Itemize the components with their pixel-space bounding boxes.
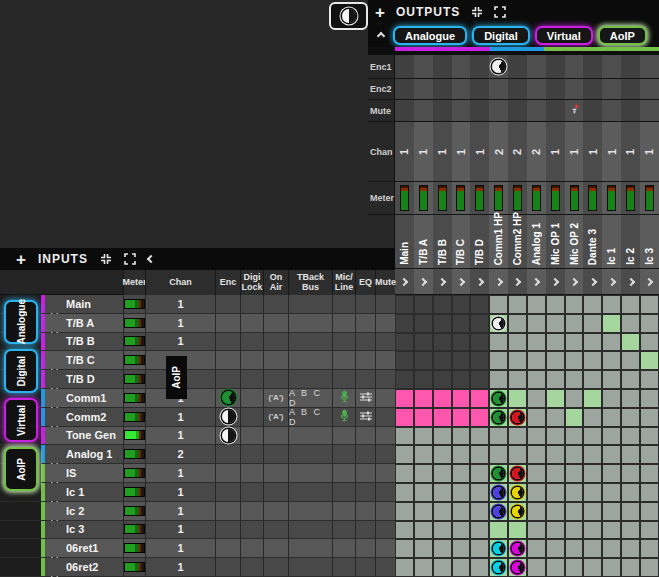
input-tback-cell[interactable]: [288, 502, 332, 520]
matrix-cell[interactable]: [452, 427, 471, 446]
matrix-cell[interactable]: [395, 558, 414, 577]
tab-aoip[interactable]: AoIP: [598, 26, 647, 45]
matrix-cell[interactable]: [433, 464, 452, 483]
matrix-cell[interactable]: [583, 333, 602, 352]
matrix-cell[interactable]: [433, 558, 452, 577]
matrix-cell[interactable]: [602, 521, 621, 540]
matrix-cell[interactable]: [414, 521, 433, 540]
input-mic-cell[interactable]: [332, 539, 355, 557]
input-digi-cell[interactable]: [240, 502, 263, 520]
matrix-cell[interactable]: [527, 295, 546, 314]
matrix-cell[interactable]: [602, 502, 621, 521]
output-chev-cell[interactable]: [527, 269, 546, 294]
matrix-cell[interactable]: [602, 389, 621, 408]
input-mute-cell[interactable]: [375, 295, 395, 313]
matrix-cell[interactable]: [470, 558, 489, 577]
input-tback-cell[interactable]: [288, 314, 332, 332]
input-mic-cell[interactable]: [332, 445, 355, 463]
matrix-cell[interactable]: [470, 521, 489, 540]
matrix-cell[interactable]: [433, 427, 452, 446]
output-enc1-cell[interactable]: [414, 55, 433, 78]
input-enc-cell[interactable]: [215, 389, 240, 407]
matrix-cell[interactable]: [640, 295, 659, 314]
input-enc-cell[interactable]: [215, 445, 240, 463]
matrix-cell[interactable]: [414, 502, 433, 521]
inputs-compress-icon[interactable]: [100, 253, 112, 265]
matrix-cell[interactable]: [395, 389, 414, 408]
input-mute-cell[interactable]: [375, 389, 395, 407]
matrix-cell[interactable]: [583, 521, 602, 540]
matrix-cell-routed[interactable]: [489, 483, 508, 502]
input-digi-cell[interactable]: [240, 558, 263, 576]
inputs-add-button[interactable]: +: [16, 251, 26, 268]
matrix-cell[interactable]: [470, 427, 489, 446]
inputs-collapse-left-icon[interactable]: [147, 255, 155, 263]
matrix-cell[interactable]: [489, 295, 508, 314]
matrix-cell-routed[interactable]: [508, 502, 527, 521]
matrix-cell[interactable]: [583, 483, 602, 502]
input-onair-cell[interactable]: [263, 464, 288, 482]
matrix-cell[interactable]: [621, 427, 640, 446]
matrix-cell[interactable]: [602, 558, 621, 577]
input-eq-cell[interactable]: [355, 483, 375, 501]
output-enc1-cell[interactable]: [621, 55, 640, 78]
input-tback-cell[interactable]: A B C D: [288, 389, 332, 407]
matrix-cell[interactable]: [452, 502, 471, 521]
matrix-cell[interactable]: [621, 370, 640, 389]
matrix-cell-routed[interactable]: [508, 521, 527, 540]
input-enc-cell[interactable]: [215, 521, 240, 539]
matrix-cell[interactable]: [452, 351, 471, 370]
matrix-cell[interactable]: [470, 314, 489, 333]
matrix-cell[interactable]: [565, 464, 584, 483]
matrix-cell-routed[interactable]: [621, 333, 640, 352]
matrix-cell-routed[interactable]: [508, 558, 527, 577]
matrix-cell[interactable]: [508, 333, 527, 352]
matrix-cell[interactable]: [546, 539, 565, 558]
input-onair-cell[interactable]: [263, 370, 288, 388]
input-chan-cell[interactable]: 1: [145, 314, 215, 332]
input-tback-cell[interactable]: [288, 295, 332, 313]
matrix-cell[interactable]: [621, 502, 640, 521]
output-enc1-cell[interactable]: [546, 55, 565, 78]
input-eq-cell[interactable]: [355, 314, 375, 332]
input-meter-cell[interactable]: [123, 502, 145, 520]
input-chan-cell[interactable]: 1: [145, 539, 215, 557]
input-tback-cell[interactable]: [288, 521, 332, 539]
matrix-cell[interactable]: [433, 539, 452, 558]
matrix-cell[interactable]: [433, 295, 452, 314]
matrix-cell-routed[interactable]: [489, 502, 508, 521]
matrix-cell[interactable]: [640, 314, 659, 333]
input-digi-cell[interactable]: [240, 389, 263, 407]
output-chev-cell[interactable]: [546, 269, 565, 294]
matrix-cell[interactable]: [508, 314, 527, 333]
matrix-cell[interactable]: [414, 445, 433, 464]
input-onair-cell[interactable]: [263, 521, 288, 539]
input-tback-cell[interactable]: [288, 539, 332, 557]
matrix-cell[interactable]: [414, 314, 433, 333]
matrix-cell[interactable]: [602, 427, 621, 446]
input-meter-cell[interactable]: [123, 521, 145, 539]
input-mute-cell[interactable]: [375, 521, 395, 539]
input-meter-cell[interactable]: [123, 370, 145, 388]
input-mic-cell[interactable]: [332, 558, 355, 576]
matrix-cell[interactable]: [546, 483, 565, 502]
matrix-cell[interactable]: [583, 408, 602, 427]
matrix-cell[interactable]: [527, 351, 546, 370]
matrix-cell-routed[interactable]: [489, 389, 508, 408]
matrix-cell[interactable]: [565, 521, 584, 540]
matrix-cell[interactable]: [414, 408, 433, 427]
input-enc-cell[interactable]: [215, 314, 240, 332]
output-mute-cell[interactable]: [489, 100, 508, 121]
matrix-cell[interactable]: [395, 502, 414, 521]
output-enc1-cell[interactable]: [470, 55, 489, 78]
input-enc-cell[interactable]: [215, 370, 240, 388]
input-mute-cell[interactable]: [375, 539, 395, 557]
input-eq-cell[interactable]: [355, 502, 375, 520]
matrix-cell[interactable]: [583, 427, 602, 446]
matrix-cell-routed[interactable]: [489, 408, 508, 427]
matrix-cell[interactable]: [546, 333, 565, 352]
input-chan-cell[interactable]: 1: [145, 558, 215, 576]
output-chev-cell[interactable]: [565, 269, 584, 294]
input-mic-cell[interactable]: [332, 464, 355, 482]
matrix-cell-routed[interactable]: [489, 314, 508, 333]
